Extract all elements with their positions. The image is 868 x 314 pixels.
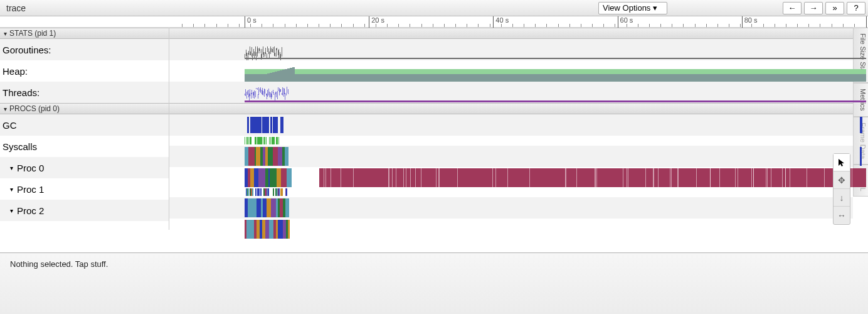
time-ruler[interactable]: 0 s20 s40 s60 s80 s100 s [169, 16, 853, 27]
track-row[interactable] [169, 146, 853, 167]
pan-tool-button[interactable]: ✥ [834, 171, 850, 189]
row-label: Proc 0 [17, 163, 44, 173]
section-header[interactable]: ▾STATS (pid 1) [0, 28, 169, 39]
view-options-label: View Options [603, 3, 650, 13]
track-row[interactable] [169, 82, 853, 103]
section-header[interactable]: ▾PROCS (pid 0) [0, 103, 169, 114]
nav-forward-button[interactable]: → [804, 2, 823, 14]
span-width-tool-button[interactable]: ↔ [834, 207, 850, 224]
ruler-tick: 20 s [369, 16, 384, 28]
pointer-tool-button[interactable] [834, 154, 850, 171]
tool-palette: ✥ ↓ ↔ [833, 153, 850, 225]
selection-status: Nothing selected. Tap stuff. [10, 259, 108, 269]
view-options-dropdown[interactable]: View Options ▾ [598, 2, 667, 14]
row-label: GC [3, 120, 17, 131]
track-row[interactable] [169, 114, 853, 136]
row-label: Proc 1 [17, 184, 44, 195]
page-title: trace [3, 3, 26, 13]
row-label: Goroutines: [3, 45, 51, 55]
chevron-down-icon[interactable]: ▾ [10, 207, 13, 214]
row-label: Heap: [3, 66, 28, 77]
chevron-down-icon: ▾ [4, 30, 7, 37]
ruler-tick: 60 s [618, 16, 633, 28]
track-row[interactable] [169, 39, 853, 60]
track-row[interactable] [169, 136, 853, 146]
help-button[interactable]: ? [847, 2, 865, 14]
row-label: Proc 2 [17, 205, 44, 216]
track-row[interactable] [169, 167, 853, 197]
ruler-tick: 80 s [742, 16, 758, 28]
track-row[interactable] [169, 197, 853, 219]
nav-back-button[interactable]: ← [783, 2, 802, 14]
track-row[interactable] [169, 60, 853, 82]
chevron-down-icon: ▾ [4, 106, 7, 112]
row-label: Syscalls [3, 141, 37, 152]
scroll-down-tool-button[interactable]: ↓ [834, 189, 850, 207]
selection-panel: Nothing selected. Tap stuff. [0, 252, 868, 314]
chevron-down-icon[interactable]: ▾ [10, 165, 13, 171]
nav-more-button[interactable]: » [825, 2, 844, 14]
row-label: Threads: [3, 87, 40, 98]
chevron-down-icon: ▾ [653, 3, 657, 13]
chevron-down-icon[interactable]: ▾ [10, 186, 13, 193]
